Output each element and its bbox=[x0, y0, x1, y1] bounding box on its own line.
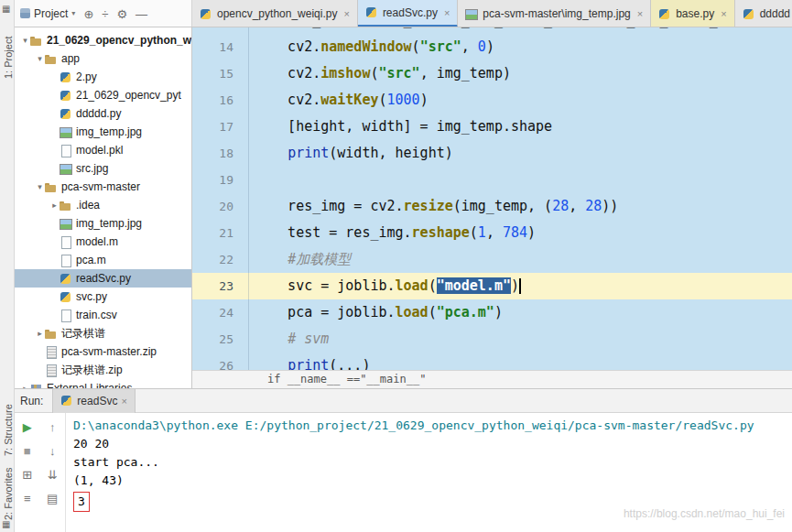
code-line-24[interactable]: 24 pca = joblib.load("pca.m") bbox=[192, 299, 792, 326]
code-line-20[interactable]: 20 res_img = cv2.resize(img_temp, (28, 2… bbox=[192, 193, 792, 220]
chevron-icon[interactable]: ▸ bbox=[35, 329, 45, 338]
context-breadcrumb-text: if __name__ =="__main__" bbox=[267, 373, 426, 385]
tree-item-app[interactable]: ▾app bbox=[15, 49, 191, 68]
tree-item-21_0629_opencv_pyt[interactable]: 21_0629_opencv_pyt bbox=[15, 86, 191, 104]
rerun-icon[interactable]: ▶ bbox=[23, 420, 32, 434]
tab-opencv_python_weiqi.py[interactable]: opencv_python_weiqi.py× bbox=[192, 0, 358, 27]
navigation-toolbar: Project ▾ ⊕÷⚙— bbox=[15, 0, 192, 27]
run-tab-label: readSvc bbox=[77, 395, 117, 407]
restore-layout-icon[interactable]: ⊞ bbox=[22, 468, 32, 482]
code-line-22[interactable]: 22 #加载模型 bbox=[192, 246, 792, 273]
code-token bbox=[255, 251, 288, 267]
close-icon[interactable]: × bbox=[637, 8, 643, 19]
hide-panel-icon[interactable]: — bbox=[136, 7, 147, 21]
tree-item-External Libraries[interactable]: ▸External Libraries bbox=[15, 379, 191, 388]
tree-item-svc.py[interactable]: svc.py bbox=[15, 288, 191, 306]
folder-icon bbox=[30, 35, 43, 47]
line-number: 13 bbox=[192, 27, 249, 34]
console-settings-icon[interactable]: ≡ bbox=[24, 492, 31, 505]
tree-item-记录棋谱[interactable]: ▸记录棋谱 bbox=[15, 324, 191, 342]
code-line-13[interactable]: 13 img_temp = img_temp[p_y:p_y + p_heigh… bbox=[192, 27, 792, 34]
code-token: img_temp = img_temp[p_y:p_y + p_height, … bbox=[255, 27, 767, 28]
code-line-21[interactable]: 21 test = res_img.reshape(1, 784) bbox=[192, 220, 792, 246]
console-input-value[interactable]: 3 bbox=[73, 492, 90, 512]
code-line-25[interactable]: 25 # svm bbox=[192, 326, 792, 353]
code-line-16[interactable]: 16 cv2.waitKey(1000) bbox=[192, 87, 792, 114]
tree-item-label: pca.m bbox=[76, 254, 106, 266]
favorites-toolwindow-button[interactable]: 2: Favorites bbox=[3, 468, 14, 520]
tree-item-train.csv[interactable]: train.csv bbox=[15, 306, 191, 324]
project-icon bbox=[20, 8, 30, 18]
line-number: 15 bbox=[192, 60, 249, 87]
code-token: print bbox=[288, 357, 329, 370]
code-line-23[interactable]: 23 svc = joblib.load("model.m") bbox=[192, 273, 792, 299]
tree-item-label: 21_0629_opencv_pyt bbox=[76, 89, 181, 102]
tree-item-src.jpg[interactable]: src.jpg bbox=[15, 159, 191, 178]
code-line-17[interactable]: 17 [height, width] = img_temp.shape bbox=[192, 114, 792, 140]
up-stack-trace-icon[interactable]: ↑ bbox=[49, 420, 56, 434]
chevron-icon[interactable]: ▾ bbox=[20, 36, 30, 45]
project-toolwindow-button[interactable]: 1: Project bbox=[3, 37, 14, 79]
soft-wrap-icon[interactable]: ⇊ bbox=[48, 468, 58, 482]
tab-ddddd[interactable]: ddddd bbox=[735, 0, 792, 27]
tree-item-label: model.m bbox=[76, 235, 118, 248]
stop-icon[interactable]: ■ bbox=[24, 444, 31, 458]
tree-item-model.pkl[interactable]: model.pkl bbox=[15, 141, 191, 159]
down-stack-trace-icon[interactable]: ↓ bbox=[49, 444, 56, 458]
code-token: namedWindow bbox=[320, 38, 411, 55]
tree-item-21_0629_opencv_python_w[interactable]: ▾21_0629_opencv_python_w bbox=[15, 31, 191, 49]
code-text: #加载模型 bbox=[249, 246, 792, 273]
tree-item-ddddd.py[interactable]: ddddd.py bbox=[15, 104, 191, 123]
python-icon bbox=[60, 108, 72, 120]
code-line-19[interactable]: 19 bbox=[192, 167, 792, 193]
tree-item-label: src.jpg bbox=[76, 162, 108, 175]
add-icon[interactable]: ⊕ bbox=[83, 7, 93, 21]
close-icon[interactable]: × bbox=[444, 7, 450, 18]
code-editor[interactable]: 13 img_temp = img_temp[p_y:p_y + p_heigh… bbox=[192, 27, 792, 370]
tree-item-2.py[interactable]: 2.py bbox=[15, 68, 191, 86]
tree-item-img_temp.jpg[interactable]: img_temp.jpg bbox=[15, 214, 191, 233]
code-text: print(...) bbox=[249, 353, 792, 370]
tool-window-switcher-icon[interactable]: ▦ bbox=[2, 4, 10, 14]
code-line-14[interactable]: 14 cv2.namedWindow("src", 0) bbox=[192, 34, 792, 60]
tree-item-model.m[interactable]: model.m bbox=[15, 233, 191, 251]
project-selector[interactable]: Project ▾ bbox=[20, 7, 75, 20]
run-tab-readSvc[interactable]: readSvc × bbox=[52, 389, 135, 413]
chevron-icon[interactable]: ▾ bbox=[35, 182, 45, 191]
code-line-15[interactable]: 15 cv2.imshow("src", img_temp) bbox=[192, 60, 792, 87]
settings-gear-icon[interactable]: ⚙ bbox=[116, 7, 127, 21]
folder-icon bbox=[60, 200, 72, 212]
scroll-to-end-icon[interactable]: ▤ bbox=[47, 492, 58, 505]
tree-item-pca.m[interactable]: pca.m bbox=[15, 251, 191, 269]
python-icon bbox=[60, 395, 73, 407]
tab-readSvc.py[interactable]: readSvc.py× bbox=[358, 0, 458, 27]
console-output[interactable]: D:\anaconda3\python.exe E:/python_projec… bbox=[66, 413, 792, 532]
text-caret bbox=[519, 278, 521, 294]
tree-item-img_temp.jpg[interactable]: img_temp.jpg bbox=[15, 123, 191, 141]
code-line-18[interactable]: 18 print(width, height) bbox=[192, 140, 792, 167]
code-token: res_img = cv2. bbox=[255, 198, 404, 214]
tree-item-pca-svm-master[interactable]: ▾pca-svm-master bbox=[15, 178, 191, 196]
close-icon[interactable]: × bbox=[721, 8, 726, 19]
bottom-switcher-icon[interactable]: ▦ bbox=[2, 519, 10, 529]
tree-item-记录棋谱.zip[interactable]: 记录棋谱.zip bbox=[15, 361, 191, 379]
structure-toolwindow-button[interactable]: 7: Structure bbox=[3, 404, 14, 456]
tree-item-.idea[interactable]: ▸.idea bbox=[15, 196, 191, 214]
tree-item-pca-svm-master.zip[interactable]: pca-svm-master.zip bbox=[15, 342, 191, 361]
chevron-icon[interactable]: ▾ bbox=[35, 54, 45, 63]
tree-item-readSvc.py[interactable]: readSvc.py bbox=[15, 269, 191, 288]
code-line-26[interactable]: 26 print(...) bbox=[192, 353, 792, 370]
code-token: "pca.m" bbox=[437, 304, 494, 320]
code-token: 1 bbox=[478, 224, 486, 241]
code-token: 784 bbox=[503, 224, 527, 241]
tab-base.py[interactable]: base.py× bbox=[651, 0, 734, 27]
chevron-icon[interactable]: ▸ bbox=[49, 201, 60, 210]
tab-pca-svm-master\img_temp.jpg[interactable]: pca-svm-master\img_temp.jpg× bbox=[458, 0, 651, 27]
scroll-from-source-icon[interactable]: ÷ bbox=[102, 7, 108, 21]
console-command-line: D:\anaconda3\python.exe E:/python_projec… bbox=[73, 417, 785, 435]
close-icon[interactable]: × bbox=[343, 8, 349, 19]
python-icon bbox=[200, 8, 212, 20]
code-token: imshow bbox=[320, 65, 370, 81]
close-icon[interactable]: × bbox=[121, 396, 126, 407]
zip-icon bbox=[45, 364, 58, 376]
